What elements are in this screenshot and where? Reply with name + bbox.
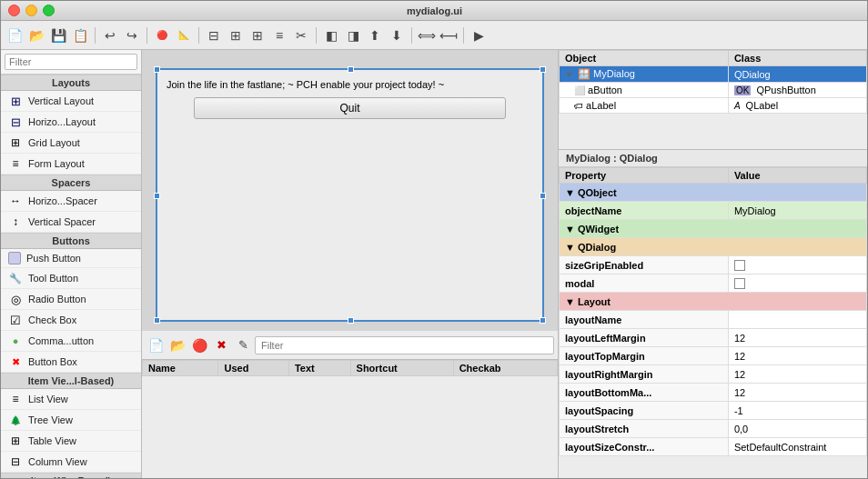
dialog-container[interactable]: Join the life in the fastlane; ~ PCH ena… (156, 68, 544, 322)
maximize-button[interactable] (43, 5, 55, 16)
handle-tl[interactable] (154, 66, 160, 73)
sidebar-item-hspacer[interactable]: ↔ Horizo...Spacer (1, 191, 141, 212)
prop-spacing-value[interactable]: -1 (728, 402, 866, 420)
sidebar-filter-input[interactable] (5, 54, 137, 70)
action-new[interactable]: 📄 (146, 335, 166, 355)
align-right[interactable]: ◨ (343, 25, 363, 45)
right-panel: Object Class ▼ 🪟 MyDialog QDialog (558, 50, 867, 478)
radio-icon: ◎ (8, 292, 23, 306)
prop-stretch[interactable]: layoutStretch 0,0 (560, 420, 867, 438)
open-button[interactable]: 📂 (26, 25, 46, 45)
handle-mr[interactable] (540, 193, 546, 199)
sidebar-item-form-layout[interactable]: ≡ Form Layout (1, 154, 141, 175)
prop-layoutname-value[interactable] (728, 311, 866, 329)
sidebar-item-grid-layout[interactable]: ⊞ Grid Layout (1, 133, 141, 154)
prop-sizeconstr-value[interactable]: SetDefaultConstraint (728, 438, 866, 456)
prop-stretch-value[interactable]: 0,0 (728, 420, 866, 438)
align-bottom[interactable]: ⬇ (387, 25, 407, 45)
prop-modal[interactable]: modal (560, 274, 867, 293)
sidebar-item-command-button[interactable]: ● Comma...utton (1, 331, 141, 352)
action-delete[interactable]: ✖ (211, 335, 231, 355)
prop-bottommargin-label: layoutBottomMa... (560, 384, 729, 402)
prop-modal-value[interactable] (728, 274, 866, 293)
prop-sizeconstr[interactable]: layoutSizeConstr... SetDefaultConstraint (560, 438, 867, 456)
section-layout: ▼ Layout (560, 293, 867, 311)
prop-spacing[interactable]: layoutSpacing -1 (560, 402, 867, 420)
save-button[interactable]: 💾 (48, 25, 68, 45)
sidebar-item-list-view[interactable]: ≡ List View (1, 389, 141, 410)
property-header-text: MyDialog : QDialog (566, 153, 658, 164)
sidebar-item-tree-view[interactable]: 🌲 Tree View (1, 410, 141, 431)
action-open[interactable]: 📂 (167, 335, 187, 355)
handle-bl[interactable] (154, 317, 160, 324)
prop-topmargin-value[interactable]: 12 (728, 347, 866, 365)
minimize-button[interactable] (25, 5, 37, 16)
sidebar-item-hbox-layout[interactable]: ⊟ Horizo...Layout (1, 112, 141, 133)
prop-bottommargin-value[interactable]: 12 (728, 384, 866, 402)
handle-tr[interactable] (540, 66, 546, 73)
col-name: Name (143, 361, 218, 376)
object-row-abutton[interactable]: ⬜ aButton OK QPushButton (560, 83, 867, 98)
close-button[interactable] (8, 5, 20, 16)
handle-br[interactable] (540, 317, 546, 324)
table-view-label: Table View (28, 435, 76, 446)
prop-topmargin[interactable]: layoutTopMargin 12 (560, 347, 867, 365)
widget-btn1[interactable]: 🔴 (152, 25, 172, 45)
align-top[interactable]: ⬆ (365, 25, 385, 45)
sep3 (198, 27, 199, 44)
modal-checkbox[interactable] (734, 278, 745, 289)
layout-break[interactable]: ✂ (291, 25, 311, 45)
sidebar-item-vspacer[interactable]: ↕ Vertical Spacer (1, 212, 141, 233)
prop-sizegripenabled[interactable]: sizeGripEnabled (560, 256, 867, 274)
undo-button[interactable]: ↩ (100, 25, 120, 45)
prop-objectname-value[interactable]: MyDialog (728, 202, 866, 220)
prop-leftmargin-value[interactable]: 12 (728, 329, 866, 347)
signals-filter-input[interactable] (255, 336, 554, 354)
object-row-alabel[interactable]: 🏷 aLabel A QLabel (560, 98, 867, 114)
new-button[interactable]: 📄 (5, 25, 25, 45)
handle-tm[interactable] (348, 66, 354, 73)
sidebar-item-push-button[interactable]: Push Button (1, 249, 141, 268)
title-bar: mydialog.ui (1, 1, 867, 21)
command-button-label: Comma...utton (28, 335, 94, 346)
sidebar-item-table-view[interactable]: ⊞ Table View (1, 431, 141, 452)
prop-rightmargin[interactable]: layoutRightMargin 12 (560, 365, 867, 384)
preview-btn[interactable]: ▶ (469, 25, 489, 45)
dist-v[interactable]: ⟻ (439, 25, 459, 45)
sidebar-item-check-box[interactable]: ☑ Check Box (1, 310, 141, 331)
prop-bottommargin[interactable]: layoutBottomMa... 12 (560, 384, 867, 402)
sidebar-item-radio-button[interactable]: ◎ Radio Button (1, 289, 141, 310)
layout-h[interactable]: ⊟ (204, 25, 224, 45)
prop-objectname[interactable]: objectName MyDialog (560, 202, 867, 220)
action-red[interactable]: 🔴 (189, 335, 209, 355)
prop-rightmargin-value[interactable]: 12 (728, 365, 866, 384)
layout-f[interactable]: ≡ (269, 25, 289, 45)
sizegrip-checkbox[interactable] (734, 260, 745, 271)
design-area[interactable]: Join the life in the fastlane; ~ PCH ena… (142, 50, 558, 331)
action-edit[interactable]: ✎ (233, 335, 253, 355)
sep1 (95, 27, 96, 44)
layout-g[interactable]: ⊞ (247, 25, 267, 45)
sidebar-item-button-box[interactable]: ✖ Button Box (1, 352, 141, 373)
prop-leftmargin[interactable]: layoutLeftMargin 12 (560, 329, 867, 347)
prop-sizegrip-value[interactable] (728, 256, 866, 274)
align-left[interactable]: ◧ (321, 25, 341, 45)
sidebar-item-tool-button[interactable]: 🔧 Tool Button (1, 268, 141, 289)
layouts-section-header: Layouts (1, 75, 141, 91)
prop-layoutname[interactable]: layoutName (560, 311, 867, 329)
saveas-button[interactable]: 📋 (70, 25, 90, 45)
widget-btn2[interactable]: 📐 (174, 25, 194, 45)
label-icon: 🏷 (574, 101, 583, 111)
layout-v[interactable]: ⊞ (226, 25, 246, 45)
layout-label: ▼ Layout (560, 293, 867, 311)
sep5 (411, 27, 412, 44)
quit-button[interactable]: Quit (194, 97, 506, 119)
dist-h[interactable]: ⟺ (417, 25, 437, 45)
handle-ml[interactable] (154, 193, 160, 199)
sidebar-item-column-view[interactable]: ⊟ Column View (1, 452, 141, 473)
signals-header-row: Name Used Text Shortcut Checkab (143, 361, 558, 376)
handle-bm[interactable] (348, 317, 354, 324)
redo-button[interactable]: ↪ (122, 25, 142, 45)
object-row-mydialog[interactable]: ▼ 🪟 MyDialog QDialog (560, 66, 867, 83)
sidebar-item-vertical-layout[interactable]: ⊞ Vertical Layout (1, 91, 141, 112)
